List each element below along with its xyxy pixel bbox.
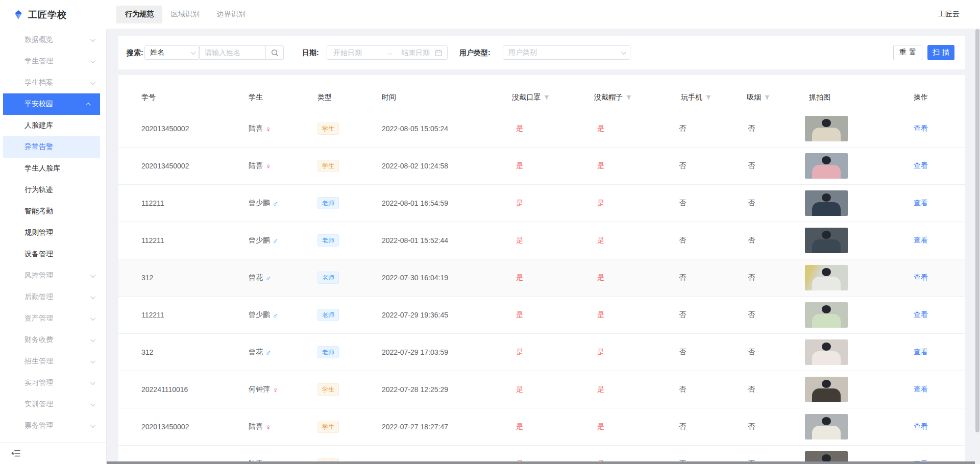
snapshot-image[interactable] [805,190,848,216]
no-mask-cell: 是 [516,334,523,371]
sidebar-item-device-management[interactable]: 设备管理 [0,243,106,265]
snapshot-image[interactable] [805,377,848,402]
action-cell: 查看 [914,259,928,296]
chevron-down-icon [90,294,95,299]
sidebar-item-label: 学生管理 [24,57,53,66]
search-category-select[interactable]: 姓名 [144,45,199,60]
vertical-scrollbar[interactable] [975,29,980,464]
sidebar-item-student-files[interactable]: 学生档案 [0,72,106,93]
view-link[interactable]: 查看 [914,348,928,357]
view-link[interactable]: 查看 [914,161,928,170]
view-link[interactable]: 查看 [914,124,928,133]
tab-boundary-recognition[interactable]: 边界识别 [208,6,254,23]
horizontal-scrollbar-thumb[interactable] [107,461,975,464]
sidebar-item-abnormal-alerts[interactable]: 异常告警 [3,136,100,158]
sidebar-item-finance-fees[interactable]: 财务收费 [0,329,106,351]
snapshot-image[interactable] [805,116,848,141]
student-name: 陆喜 [249,161,263,170]
collapse-sidebar-icon[interactable] [11,450,20,457]
sidebar-item-safe-campus[interactable]: 平安校园 [3,93,100,115]
no-mask-cell: 是 [516,408,523,445]
action-cell: 查看 [914,185,928,222]
sidebar-item-enrollment-management[interactable]: 招生管理 [0,351,106,372]
student-name: 曾花 [249,348,263,357]
no-hat-cell: 是 [597,259,604,296]
sidebar-item-student-face-db[interactable]: 学生人脸库 [0,158,106,179]
action-cell: 查看 [914,148,928,184]
type-tag: 学生 [317,421,339,433]
table-row: 312 曾花 ♂ 老师 2022-07-30 16:04:19 是 是 否 否 … [118,259,965,297]
sidebar-item-internship-management[interactable]: 实习管理 [0,372,106,394]
no-mask-cell: 是 [516,222,523,259]
smoking-cell: 否 [748,334,755,371]
smoking-cell: 否 [748,371,755,408]
snapshot-image[interactable] [805,302,848,328]
sidebar-item-logistics-management[interactable]: 后勤管理 [0,286,106,308]
student-name: 何钟萍 [249,385,270,394]
search-input[interactable] [200,48,265,57]
tab-area-recognition[interactable]: 区域识别 [162,6,208,23]
snapshot-image[interactable] [805,153,848,179]
gender-icon: ♂ [265,348,271,357]
sidebar-item-rule-management[interactable]: 规则管理 [0,222,106,243]
filter-funnel-icon[interactable] [626,94,632,101]
date-label: 日期: [302,45,319,60]
tab-behavior-rules[interactable]: 行为规范 [116,6,162,23]
student-name-cell: 曾少鹏 ♂ [249,185,278,222]
sidebar-item-label: 风控管理 [24,271,53,280]
sidebar-item-behavior-track[interactable]: 行为轨迹 [0,179,106,201]
view-link[interactable]: 查看 [914,273,928,282]
snapshot-image[interactable] [805,339,848,365]
calendar-icon [435,49,442,56]
snapshot-cell [805,110,848,147]
filter-funnel-icon[interactable] [764,94,770,101]
table-row: 112211 曾少鹏 ♂ 老师 2022-07-29 19:36:45 是 是 … [118,297,965,334]
portal-link[interactable]: 工匠云 [938,10,960,19]
filter-funnel-icon[interactable] [705,94,712,101]
sidebar-item-face-database[interactable]: 人脸建库 [0,115,106,136]
sidebar-item-ticket-management[interactable]: 票务管理 [0,415,106,436]
col-phone: 玩手机 [681,93,712,102]
sidebar-item-data-overview[interactable]: 数据概览 [0,29,106,51]
snapshot-image[interactable] [805,414,848,439]
start-date-input[interactable] [333,48,377,57]
chevron-down-icon [90,401,95,406]
view-link[interactable]: 查看 [914,385,928,394]
sidebar-item-training-management[interactable]: 实训管理 [0,394,106,415]
sidebar-item-label: 设备管理 [24,250,53,259]
user-type-select[interactable]: 用户类别 [503,45,630,60]
col-time: 时间 [382,93,396,102]
sidebar-item-asset-management[interactable]: 资产管理 [0,308,106,329]
vertical-scrollbar-thumb[interactable] [975,29,979,432]
reset-button[interactable]: 重置 [893,45,922,60]
search-button[interactable] [265,45,284,60]
end-date-input[interactable] [401,48,435,57]
action-cell: 查看 [914,297,928,333]
sidebar-item-risk-management[interactable]: 风控管理 [0,265,106,286]
snapshot-image[interactable] [805,265,848,290]
view-link[interactable]: 查看 [914,236,928,245]
chevron-down-icon [621,50,626,55]
chevron-down-icon [191,50,196,55]
app-logo[interactable]: 工匠学校 [0,0,107,29]
chevron-down-icon [90,380,95,385]
view-link[interactable]: 查看 [914,422,928,431]
no-mask-cell: 是 [516,259,523,296]
filter-funnel-icon[interactable] [544,94,550,101]
type-cell: 老师 [317,185,339,222]
snapshot-image[interactable] [805,228,848,253]
phone-cell: 否 [679,110,686,147]
sidebar-item-student-management[interactable]: 学生管理 [0,51,106,72]
student-name-cell: 何钟萍 ♀ [249,371,278,408]
view-link[interactable]: 查看 [914,199,928,208]
sidebar-item-label: 后勤管理 [24,292,53,302]
action-cell: 查看 [914,110,928,147]
date-range-picker[interactable]: → [327,45,448,60]
snapshot-cell [805,297,848,333]
sidebar-item-smart-attendance[interactable]: 智能考勤 [0,201,106,222]
scan-button[interactable]: 扫描 [927,45,954,60]
snapshot-cell [805,371,848,408]
view-link[interactable]: 查看 [914,310,928,320]
no-hat-cell: 是 [597,297,604,333]
smoking-cell: 否 [748,408,755,445]
